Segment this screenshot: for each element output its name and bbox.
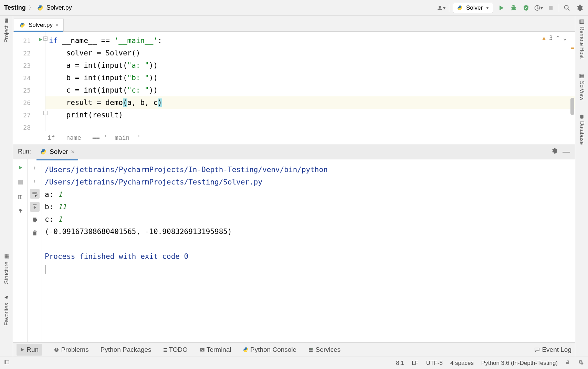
editor-tab-solver[interactable]: Solver.py × [14,19,64,31]
error-stripe[interactable] [570,32,575,131]
code-text: ) [158,98,162,107]
sciview-tool-button[interactable]: ▦ SciView [578,72,585,101]
line-number: 26 [23,99,31,106]
problems-tool-button[interactable]: Problems [54,346,89,354]
todo-tool-button[interactable]: ☰ TODO [163,346,188,354]
run-tab-solver[interactable]: Solver × [36,146,78,158]
lock-icon[interactable] [565,359,570,367]
file-encoding[interactable]: UTF-8 [426,360,443,367]
database-tool-button[interactable]: Database [579,114,585,145]
run-sidebar-console: ↑ ↓ [28,159,42,369]
breadcrumb[interactable]: Testing 〉 Solver.py [4,4,437,11]
navigation-bar: Testing 〉 Solver.py ▾ Solver ▼ ▾ [0,0,588,16]
caret-position[interactable]: 8:1 [396,360,404,367]
stop-run-button[interactable] [15,177,25,187]
warning-triangle-icon: ▲ [542,34,546,41]
editor-gutter[interactable]: 21 22 23 24 25 26 27 28 − [13,32,45,131]
inspection-widget[interactable]: ▲ 3 ⌃ ⌄ [542,34,567,41]
code-text: "a: " [127,61,149,70]
python-interpreter[interactable]: Python 3.6 (In-Depth-Testing) [481,360,558,367]
code-text: result = demo [49,98,123,107]
run-panel-label: Run: [18,148,31,155]
run-tab-label: Solver [50,148,68,156]
terminal-tool-button[interactable]: Terminal [199,346,231,354]
hide-run-window-icon[interactable]: — [563,147,570,156]
remote-host-tool-button[interactable]: ▥ Remote Host [578,18,585,59]
profile-button[interactable]: ▾ [534,3,543,12]
code-text: a = int(input( [49,61,127,70]
coverage-button[interactable] [522,3,531,12]
services-tool-button[interactable]: Services [308,346,340,354]
settings-button[interactable] [575,3,584,12]
code-text: )) [149,74,158,82]
console-output[interactable]: /Users/jetbrains/PycharmProjects/In-Dept… [42,159,575,369]
console-prompt: a: [45,190,58,199]
console-input: 1 [58,190,62,199]
chevron-right-icon: 〉 [29,4,34,11]
python-console-tool-button[interactable]: Python Console [243,346,296,354]
project-tool-button[interactable]: Project [3,18,10,43]
console-cursor [45,265,45,274]
user-dropdown-icon[interactable]: ▾ [437,3,445,12]
tool-windows-toggle-icon[interactable] [4,359,10,367]
gutter-run-icon[interactable] [38,36,43,44]
svg-rect-9 [56,350,56,351]
scroll-to-end-toggle[interactable] [30,202,40,212]
breadcrumb-project[interactable]: Testing [4,4,26,11]
code-editor[interactable]: 21 22 23 24 25 26 27 28 − ▲ 3 ⌃ ⌄ if __n… [13,32,575,131]
console-input: 11 [58,203,66,211]
run-button[interactable] [497,3,506,12]
clear-all-icon[interactable] [30,228,40,238]
run-tool-button[interactable]: Run [17,344,42,356]
code-text: c = int(input( [49,86,127,94]
run-configuration-selector[interactable]: Solver ▼ [453,3,493,13]
sciview-icon: ▦ [578,72,585,79]
stop-button[interactable] [546,3,555,12]
scrollbar-thumb[interactable] [570,98,574,115]
debug-button[interactable] [509,3,518,12]
down-stack-icon[interactable]: ↓ [30,176,40,186]
code-text: "c: " [127,86,149,94]
layout-button[interactable]: ▥ [15,192,25,201]
soft-wrap-toggle[interactable] [30,189,40,199]
close-run-tab-icon[interactable]: × [71,148,75,156]
line-number: 23 [23,62,31,69]
rerun-button[interactable] [15,163,25,172]
code-text: '__main__' [114,36,158,45]
svg-point-6 [580,115,583,116]
breadcrumb-file[interactable]: Solver.py [46,4,72,11]
code-text: "b: " [127,74,149,82]
structure-tool-button[interactable]: Structure ▦ [3,253,10,284]
indent-setting[interactable]: 4 spaces [450,360,474,367]
close-tab-icon[interactable]: × [55,22,59,28]
warning-marker[interactable] [571,48,574,49]
line-separator[interactable]: LF [412,360,419,367]
warning-count: 3 [549,34,553,41]
code-text: a, b, c [127,98,158,107]
code-text: if [49,36,57,45]
prev-highlight-icon[interactable]: ⌃ [556,34,560,41]
console-line: /Users/jetbrains/PycharmProjects/In-Dept… [45,166,328,174]
run-settings-icon[interactable] [551,147,558,156]
console-line: (-0.09167308680401565, -10.9083269131959… [45,228,232,236]
run-config-label: Solver [466,4,483,11]
svg-rect-8 [56,348,56,350]
run-body: ▥ ↑ ↓ [13,159,575,369]
up-stack-icon[interactable]: ↑ [30,163,40,172]
python-packages-tool-button[interactable]: Python Packages [101,346,151,354]
svg-point-1 [41,9,41,10]
search-everywhere-button[interactable] [563,3,571,12]
folder-icon [4,18,9,24]
code-text: ( [123,98,127,107]
next-highlight-icon[interactable]: ⌄ [563,34,567,41]
event-log-tool-button[interactable]: Event Log [534,346,571,354]
inspection-profile-icon[interactable] [578,359,584,367]
remote-icon: ▥ [578,18,585,24]
code-body[interactable]: ▲ 3 ⌃ ⌄ if __name__ == '__main__': solve… [45,32,575,131]
line-number: 21 [23,37,31,44]
print-icon[interactable] [30,215,40,225]
favorites-tool-button[interactable]: Favorites ★ [3,294,10,326]
pin-button[interactable] [15,206,25,216]
breadcrumb-scope[interactable]: if __name__ == '__main__' [48,134,141,141]
dropdown-triangle-icon: ▼ [485,6,490,10]
